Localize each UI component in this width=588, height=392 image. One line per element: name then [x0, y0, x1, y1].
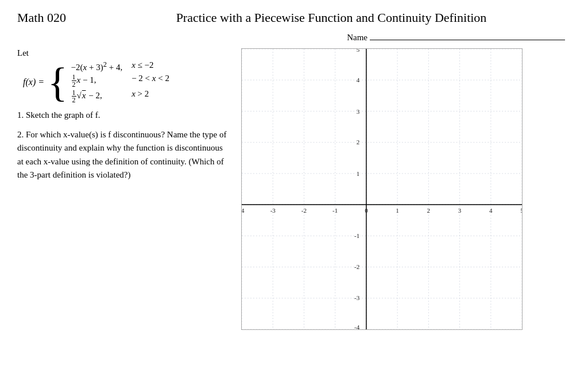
svg-text:3: 3	[458, 207, 462, 214]
svg-text:2: 2	[357, 139, 359, 145]
svg-text:-3: -3	[270, 207, 276, 214]
name-label: Name	[347, 33, 368, 43]
page-title: Practice with a Piecewise Function and C…	[92, 10, 571, 25]
svg-text:1: 1	[396, 207, 399, 214]
svg-text:4: 4	[357, 76, 360, 83]
svg-text:2: 2	[427, 207, 430, 214]
case-2-formula: 12x − 1,	[71, 74, 123, 88]
name-field[interactable]	[370, 30, 565, 40]
svg-text:5: 5	[520, 207, 522, 214]
question-2: 2. For which x-value(s) is f discontinuo…	[17, 128, 230, 182]
svg-text:-4: -4	[242, 207, 245, 214]
svg-text:1: 1	[357, 170, 359, 177]
let-text: Let	[17, 48, 230, 58]
svg-text:4: 4	[489, 207, 493, 214]
case-3-condition: x > 2	[131, 89, 169, 103]
fx-label: f(x) =	[23, 77, 44, 87]
brace-icon: {	[48, 62, 68, 103]
svg-text:-1: -1	[354, 232, 359, 239]
case-1-condition: x ≤ −2	[131, 60, 169, 72]
cases-table: −2(x + 3)2 + 4, x ≤ −2 12x − 1, − 2 < x …	[71, 60, 169, 103]
svg-text:3: 3	[357, 108, 360, 115]
svg-text:-1: -1	[332, 207, 338, 214]
case-2-condition: − 2 < x < 2	[131, 74, 169, 88]
case-1-formula: −2(x + 3)2 + 4,	[71, 60, 123, 72]
graph-area: .grid-line { stroke: #b0b8c8; stroke-wid…	[241, 48, 523, 330]
case-3-formula: 12√x − 2,	[71, 89, 123, 103]
svg-text:0: 0	[365, 207, 368, 214]
svg-text:5: 5	[357, 49, 360, 53]
svg-text:-2: -2	[301, 207, 307, 214]
question-1: 1. Sketch the graph of f.	[17, 110, 230, 120]
svg-text:-2: -2	[354, 263, 359, 270]
course-title: Math 020	[17, 10, 92, 25]
svg-text:-3: -3	[354, 294, 360, 301]
graph-svg: .grid-line { stroke: #b0b8c8; stroke-wid…	[242, 49, 522, 329]
svg-text:-4: -4	[354, 324, 360, 329]
